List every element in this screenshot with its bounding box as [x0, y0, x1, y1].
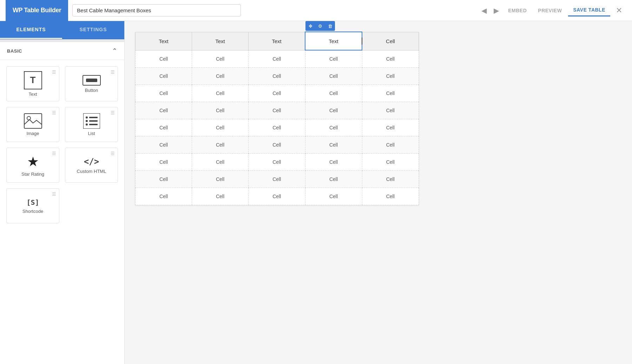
table-cell[interactable]: Cell — [192, 154, 249, 171]
sidebar: ELEMENTS SETTINGS BASIC ⌃ ☰ T Text — [0, 21, 125, 364]
cell-delete-icon[interactable]: 🗑 — [325, 21, 335, 31]
table-cell[interactable]: Cell — [136, 136, 192, 154]
preview-button[interactable]: PREVIEW — [533, 5, 567, 16]
table-cell[interactable]: Cell — [249, 171, 305, 188]
table-cell[interactable]: Cell — [249, 136, 305, 154]
sidebar-tabs: ELEMENTS SETTINGS — [0, 21, 124, 39]
svg-point-3 — [86, 116, 88, 119]
embed-button[interactable]: EMBED — [503, 5, 532, 16]
top-bar-actions: ◀ ▶ EMBED PREVIEW SAVE TABLE ✕ — [479, 3, 626, 18]
table-cell[interactable]: Cell — [362, 188, 419, 205]
table-cell[interactable]: Cell — [305, 154, 362, 171]
header-cell-0[interactable]: Text — [136, 32, 192, 50]
star-rating-icon: ★ — [27, 154, 39, 169]
table-title-input[interactable] — [72, 4, 241, 16]
table-cell[interactable]: Cell — [192, 102, 249, 119]
table-cell[interactable]: Cell — [192, 85, 249, 102]
table-cell[interactable]: Cell — [249, 102, 305, 119]
table-cell[interactable]: Cell — [136, 154, 192, 171]
header-cell-3[interactable]: ✥ ⚙ 🗑 Text — [305, 32, 362, 50]
element-shortcode[interactable]: ☰ [S] Shortcode — [6, 188, 59, 223]
table-cell[interactable]: Cell — [192, 68, 249, 85]
table-cell[interactable]: Cell — [192, 188, 249, 205]
element-custom-html[interactable]: ☰ </> Custom HTML — [65, 148, 118, 183]
table-cell[interactable]: Cell — [362, 102, 419, 119]
table-cell[interactable]: Cell — [362, 85, 419, 102]
back-button[interactable]: ◀ — [479, 4, 489, 18]
table-cell[interactable]: Cell — [305, 50, 362, 68]
table-cell[interactable]: Cell — [192, 136, 249, 154]
chevron-up-icon[interactable]: ⌃ — [112, 47, 117, 55]
table-body: CellCellCellCellCellCellCellCellCellCell… — [136, 50, 419, 205]
svg-point-1 — [27, 116, 31, 120]
table-cell[interactable]: Cell — [136, 50, 192, 68]
cell-move-icon[interactable]: ✥ — [305, 21, 315, 31]
table-cell[interactable]: Cell — [136, 85, 192, 102]
section-title: BASIC — [7, 48, 22, 54]
table-cell[interactable]: Cell — [136, 171, 192, 188]
element-image[interactable]: ☰ Image — [6, 107, 59, 142]
table-row: CellCellCellCellCell — [136, 68, 419, 85]
cell-settings-icon[interactable]: ⚙ — [315, 21, 325, 31]
table-cell[interactable]: Cell — [136, 102, 192, 119]
element-list[interactable]: ☰ List — [65, 107, 118, 142]
table-row: CellCellCellCellCell — [136, 102, 419, 119]
element-shortcode-label: Shortcode — [22, 209, 43, 214]
html-icon: </> — [84, 157, 99, 167]
table-row: CellCellCellCellCell — [136, 136, 419, 154]
forward-button[interactable]: ▶ — [491, 4, 502, 18]
table-cell[interactable]: Cell — [136, 68, 192, 85]
drag-handle-button: ☰ — [111, 69, 115, 75]
list-icon — [83, 113, 100, 129]
builder-table: Text Text Text ✥ ⚙ — [135, 32, 419, 205]
element-button-label: Button — [85, 88, 98, 93]
element-text-label: Text — [29, 92, 37, 97]
svg-rect-6 — [89, 120, 98, 122]
table-cell[interactable]: Cell — [249, 50, 305, 68]
table-cell[interactable]: Cell — [192, 171, 249, 188]
element-html-label: Custom HTML — [77, 169, 106, 174]
table-cell[interactable]: Cell — [249, 154, 305, 171]
table-cell[interactable]: Cell — [136, 119, 192, 136]
table-cell[interactable]: Cell — [305, 85, 362, 102]
table-row: CellCellCellCellCell — [136, 119, 419, 136]
svg-point-7 — [86, 123, 88, 126]
drag-handle-html: ☰ — [111, 151, 115, 156]
table-cell[interactable]: Cell — [362, 136, 419, 154]
tab-elements[interactable]: ELEMENTS — [0, 21, 62, 39]
table-cell[interactable]: Cell — [362, 171, 419, 188]
table-cell[interactable]: Cell — [249, 68, 305, 85]
header-cell-2[interactable]: Text — [249, 32, 305, 50]
tab-settings[interactable]: SETTINGS — [62, 21, 124, 39]
element-star-rating[interactable]: ☰ ★ Star Rating — [6, 148, 59, 183]
canvas-area[interactable]: Text Text Text ✥ ⚙ — [125, 21, 632, 364]
element-button[interactable]: ☰ Button — [65, 66, 118, 101]
table-cell[interactable]: Cell — [362, 68, 419, 85]
table-cell[interactable]: Cell — [305, 171, 362, 188]
table-cell[interactable]: Cell — [305, 119, 362, 136]
basic-section-header: BASIC ⌃ — [0, 42, 124, 60]
close-button[interactable]: ✕ — [612, 3, 626, 18]
table-cell[interactable]: Cell — [362, 50, 419, 68]
header-cell-1[interactable]: Text — [192, 32, 249, 50]
table-cell[interactable]: Cell — [249, 188, 305, 205]
table-cell[interactable]: Cell — [249, 85, 305, 102]
save-table-button[interactable]: SAVE TABLE — [568, 4, 610, 16]
header-row: Text Text Text ✥ ⚙ — [136, 32, 419, 50]
active-cell-text: Text — [329, 38, 338, 44]
table-cell[interactable]: Cell — [249, 119, 305, 136]
table-cell[interactable]: Cell — [136, 188, 192, 205]
table-cell[interactable]: Cell — [362, 119, 419, 136]
main-layout: ELEMENTS SETTINGS BASIC ⌃ ☰ T Text — [0, 21, 632, 364]
table-cell[interactable]: Cell — [305, 68, 362, 85]
elements-grid: ☰ T Text ☰ Button ☰ — [0, 60, 124, 230]
table-cell[interactable]: Cell — [305, 136, 362, 154]
table-cell[interactable]: Cell — [362, 154, 419, 171]
header-cell-4[interactable]: Cell — [362, 32, 419, 50]
table-cell[interactable]: Cell — [305, 188, 362, 205]
app-logo: WP Table Builder — [6, 0, 68, 21]
table-cell[interactable]: Cell — [305, 102, 362, 119]
element-text[interactable]: ☰ T Text — [6, 66, 59, 101]
table-cell[interactable]: Cell — [192, 119, 249, 136]
table-cell[interactable]: Cell — [192, 50, 249, 68]
